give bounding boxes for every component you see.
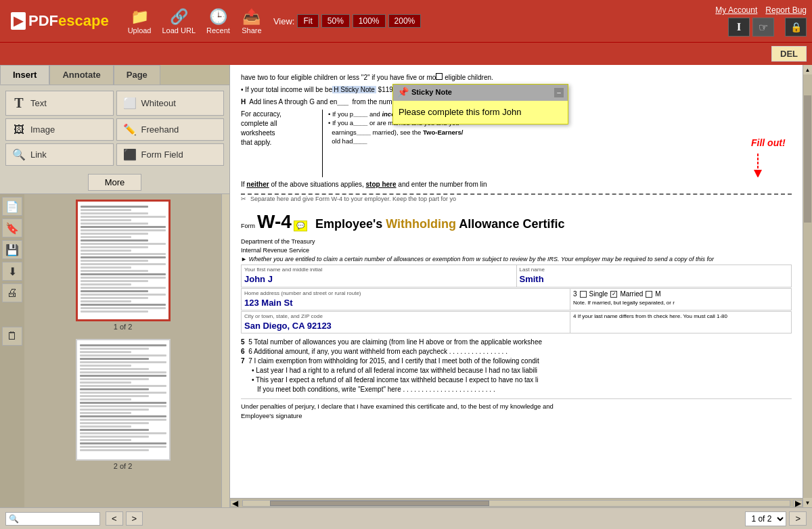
main-area: Insert Annotate Page T Text ⬜ Whiteout 🖼… bbox=[0, 65, 812, 507]
marital-note: Note. If married, but legally separated,… bbox=[573, 299, 788, 306]
sticky-note[interactable]: 📌 Sticky Note – Please complete this for… bbox=[392, 84, 568, 124]
download-icon[interactable]: ⬇ bbox=[2, 262, 22, 281]
line6-text: 6 Additional amount, if any, you want wi… bbox=[248, 348, 508, 355]
page-select[interactable]: 1 of 2 2 of 2 bbox=[745, 511, 786, 526]
image-tool-icon: 🖼 bbox=[12, 124, 26, 136]
tool-buttons: T Text ⬜ Whiteout 🖼 Image ✏️ Freehand 🔍 … bbox=[0, 85, 229, 171]
h-scroll-right-btn[interactable]: ▶ bbox=[793, 500, 803, 507]
search-icon: 🔍 bbox=[9, 514, 19, 524]
second-row: DEL bbox=[0, 42, 812, 65]
bookmark-icon[interactable]: 🔖 bbox=[2, 218, 22, 237]
field1-value: John J bbox=[244, 274, 273, 284]
recent-button[interactable]: 🕒 Recent bbox=[206, 7, 230, 34]
search-box: 🔍 bbox=[5, 512, 100, 526]
load-url-button[interactable]: 🔗 Load URL bbox=[162, 7, 196, 34]
logo-icon: ▶ bbox=[11, 12, 26, 30]
married-checkbox[interactable] bbox=[610, 291, 617, 298]
thumbnail-scrollbar[interactable] bbox=[221, 194, 229, 507]
thumb-page1-img[interactable] bbox=[76, 200, 171, 321]
vertical-scrollbar[interactable]: ▲ ▼ bbox=[803, 65, 812, 507]
page-icon[interactable]: 🗒 bbox=[2, 327, 22, 346]
line5-text: 5 Total number of allowances you are cla… bbox=[248, 338, 542, 346]
fill-out-annotation: Fill out! bbox=[751, 137, 792, 177]
del-button[interactable]: DEL bbox=[771, 46, 807, 62]
thumb-page2-img[interactable] bbox=[76, 339, 171, 461]
pdf-document: have two to four eligible children or le… bbox=[230, 65, 803, 498]
text-tool-icon: T bbox=[12, 95, 26, 111]
image-tool-button[interactable]: 🖼 Image bbox=[5, 118, 114, 141]
more-button[interactable]: More bbox=[88, 174, 142, 191]
link-tool-label: Link bbox=[30, 150, 47, 160]
pages-icon[interactable]: 📄 bbox=[2, 197, 22, 216]
zoom-50-button[interactable]: 50% bbox=[321, 14, 350, 28]
pdf-bullet3: earnings____ married), see the Two-Earne… bbox=[328, 128, 803, 137]
pdf-line7c: If you meet both conditions, write "Exem… bbox=[257, 385, 792, 394]
recent-icon: 🕒 bbox=[207, 7, 229, 26]
pdf-line6: 6 6 Additional amount, if any, you want … bbox=[241, 347, 792, 356]
withholding-text: Withholding bbox=[386, 217, 456, 231]
pdf-lines-5-7: 5 5 Total number of allowances you are c… bbox=[241, 338, 792, 394]
thumbnail-page2[interactable]: 2 of 2 bbox=[76, 339, 171, 470]
upload-button[interactable]: 📁 Upload bbox=[128, 7, 152, 34]
horizontal-scrollbar[interactable]: ◀ ▶ bbox=[230, 498, 803, 507]
form-field-tool-icon: ⬛ bbox=[122, 148, 137, 161]
pdf-line1: have two to four eligible children or le… bbox=[241, 73, 792, 83]
fit-button[interactable]: Fit bbox=[297, 14, 318, 28]
image-tool-label: Image bbox=[30, 124, 55, 135]
my-account-link[interactable]: My Account bbox=[715, 5, 757, 15]
tab-annotate[interactable]: Annotate bbox=[49, 65, 113, 85]
sticky-minimize-button[interactable]: – bbox=[554, 88, 564, 97]
pdf-scroll[interactable]: have two to four eligible children or le… bbox=[230, 65, 803, 498]
bottom-bar: 🔍 < > 1 of 2 2 of 2 > bbox=[0, 507, 812, 529]
thumbnail-page1[interactable]: 1 of 2 bbox=[76, 200, 171, 331]
field1-label: Your first name and middle initial bbox=[244, 266, 514, 273]
next-page-btn-left[interactable]: > bbox=[126, 511, 143, 526]
v-scroll-track[interactable] bbox=[803, 74, 812, 498]
v-scroll-thumb[interactable] bbox=[804, 95, 811, 223]
form-field-tool-button[interactable]: ⬛ Form Field bbox=[116, 143, 225, 166]
text-cursor-icon[interactable]: 𝐈 bbox=[728, 18, 750, 37]
share-button[interactable]: 📤 Share bbox=[241, 7, 263, 34]
tab-bar: Insert Annotate Page bbox=[0, 65, 229, 85]
link-tool-button[interactable]: 🔍 Link bbox=[5, 143, 114, 166]
form-row-1: Your first name and middle initial John … bbox=[241, 264, 792, 287]
report-bug-link[interactable]: Report Bug bbox=[765, 5, 807, 15]
marital-status-area: 3 Single Married M bbox=[573, 290, 788, 299]
h-scroll-thumb[interactable] bbox=[270, 501, 489, 506]
recent-label: Recent bbox=[206, 26, 230, 34]
search-input[interactable] bbox=[22, 514, 96, 524]
w4-full-title: Employee's Withholding Allowance Certifi… bbox=[315, 217, 565, 231]
text-tool-button[interactable]: T Text bbox=[5, 91, 114, 116]
zoom-200-button[interactable]: 200% bbox=[388, 14, 422, 28]
v-scroll-down-btn[interactable]: ▼ bbox=[803, 498, 812, 507]
share-icon: 📤 bbox=[241, 7, 263, 26]
nav-buttons: < > bbox=[106, 511, 143, 526]
load-url-label: Load URL bbox=[162, 26, 196, 34]
thumbnails-list: 1 of 2 bbox=[24, 194, 221, 507]
married-label: Married bbox=[620, 290, 643, 299]
pdf-area-wrapper: have two to four eligible children or le… bbox=[230, 65, 812, 507]
single-checkbox[interactable] bbox=[580, 291, 587, 298]
print-icon[interactable]: 🖨 bbox=[2, 283, 22, 302]
v-scroll-up-btn[interactable]: ▲ bbox=[803, 65, 812, 74]
tab-page[interactable]: Page bbox=[114, 65, 160, 85]
pdf-declaration: Under penalties of perjury, I declare th… bbox=[241, 398, 792, 420]
pdf-neither-line: If neither of the above situations appli… bbox=[241, 180, 792, 189]
prev-page-btn[interactable]: < bbox=[106, 511, 123, 526]
save-icon[interactable]: 💾 bbox=[2, 240, 22, 259]
next-final-btn[interactable]: > bbox=[789, 511, 807, 526]
pointer-cursor-icon[interactable]: ☞ bbox=[752, 18, 774, 37]
h-scroll-left-btn[interactable]: ◀ bbox=[230, 500, 240, 507]
tab-insert[interactable]: Insert bbox=[0, 65, 49, 85]
whiteout-tool-button[interactable]: ⬜ Whiteout bbox=[116, 91, 225, 116]
pdf-content: have two to four eligible children or le… bbox=[230, 65, 803, 498]
h-scroll-track[interactable] bbox=[242, 500, 790, 507]
married-m-checkbox[interactable] bbox=[646, 291, 652, 298]
freehand-tool-button[interactable]: ✏️ Freehand bbox=[116, 118, 225, 141]
zoom-100-button[interactable]: 100% bbox=[353, 14, 386, 28]
field4r-label: 4 If your last name differs from th chec… bbox=[573, 313, 727, 319]
field2-label: Last name bbox=[520, 266, 789, 273]
field2-value: Smith bbox=[520, 274, 544, 284]
field3-value: 123 Main St bbox=[244, 298, 293, 308]
dept-info: Department of the Treasury Internal Reve… bbox=[241, 237, 792, 263]
